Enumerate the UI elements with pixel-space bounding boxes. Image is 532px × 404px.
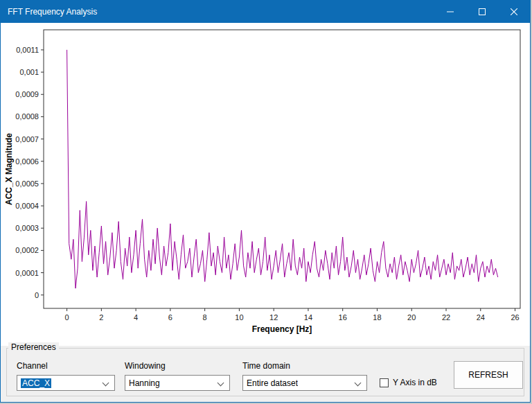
maximize-icon	[479, 8, 486, 15]
maximize-button[interactable]	[466, 1, 498, 23]
time-domain-value: Entire dataset	[247, 378, 298, 388]
svg-text:18: 18	[373, 313, 381, 322]
minimize-button[interactable]	[434, 1, 466, 23]
chevron-down-icon	[103, 380, 109, 387]
svg-text:Frequency [Hz]: Frequency [Hz]	[252, 324, 312, 334]
svg-text:0: 0	[35, 291, 39, 299]
window-title: FFT Frequency Analysis	[1, 7, 434, 17]
svg-text:24: 24	[477, 313, 485, 322]
y-axis-db-checkbox[interactable]: Y Axis in dB	[380, 378, 437, 387]
channel-label: Channel	[17, 361, 48, 371]
minimize-icon	[447, 8, 454, 15]
svg-text:0,0005: 0,0005	[15, 179, 39, 188]
svg-text:10: 10	[235, 313, 243, 322]
svg-text:26: 26	[511, 313, 519, 322]
window-controls	[434, 1, 530, 23]
svg-text:0,0007: 0,0007	[15, 135, 39, 143]
svg-text:2: 2	[99, 313, 103, 322]
chevron-down-icon	[355, 380, 362, 387]
svg-text:0,0004: 0,0004	[15, 202, 39, 210]
svg-text:14: 14	[304, 313, 312, 322]
svg-text:16: 16	[339, 313, 347, 322]
windowing-combobox[interactable]: Hanning	[125, 375, 230, 391]
svg-text:0,001: 0,001	[19, 68, 39, 76]
preferences-group: Preferences Channel ACC_X Windowing Hann…	[6, 348, 524, 396]
svg-text:0,0011: 0,0011	[16, 46, 39, 54]
svg-text:22: 22	[442, 313, 450, 322]
svg-text:6: 6	[168, 313, 172, 322]
title-bar: FFT Frequency Analysis	[1, 1, 530, 23]
svg-text:20: 20	[407, 313, 416, 322]
chevron-down-icon	[218, 380, 224, 387]
svg-text:8: 8	[203, 313, 207, 322]
chart-figure: 0246810121416182022242600,00010,00020,00…	[1, 23, 531, 346]
time-domain-combobox[interactable]: Entire dataset	[242, 375, 367, 391]
fft-chart: 0246810121416182022242600,00010,00020,00…	[1, 23, 531, 346]
channel-combobox[interactable]: ACC_X	[17, 375, 115, 391]
windowing-label: Windowing	[125, 361, 166, 371]
svg-text:12: 12	[269, 313, 278, 322]
svg-text:0,0006: 0,0006	[15, 157, 39, 166]
y-axis-db-label: Y Axis in dB	[393, 378, 437, 387]
close-button[interactable]	[498, 1, 530, 23]
svg-text:ACC_X Magnitude: ACC_X Magnitude	[4, 133, 14, 205]
time-domain-label: Time domain	[242, 361, 290, 371]
checkbox-icon	[380, 378, 389, 387]
refresh-button[interactable]: REFRESH	[454, 361, 523, 389]
close-icon	[511, 8, 517, 15]
svg-text:0,0008: 0,0008	[15, 112, 39, 121]
channel-value: ACC_X	[21, 378, 51, 388]
preferences-group-label: Preferences	[8, 342, 59, 352]
svg-text:0,0009: 0,0009	[15, 90, 39, 98]
app-window: FFT Frequency Analysis 0246810121416	[0, 0, 531, 403]
svg-text:4: 4	[134, 313, 138, 322]
svg-text:0: 0	[65, 313, 69, 322]
windowing-value: Hanning	[129, 378, 160, 388]
svg-text:0,0002: 0,0002	[15, 246, 39, 254]
svg-text:0,0001: 0,0001	[15, 269, 39, 277]
svg-text:0,0003: 0,0003	[15, 224, 39, 232]
